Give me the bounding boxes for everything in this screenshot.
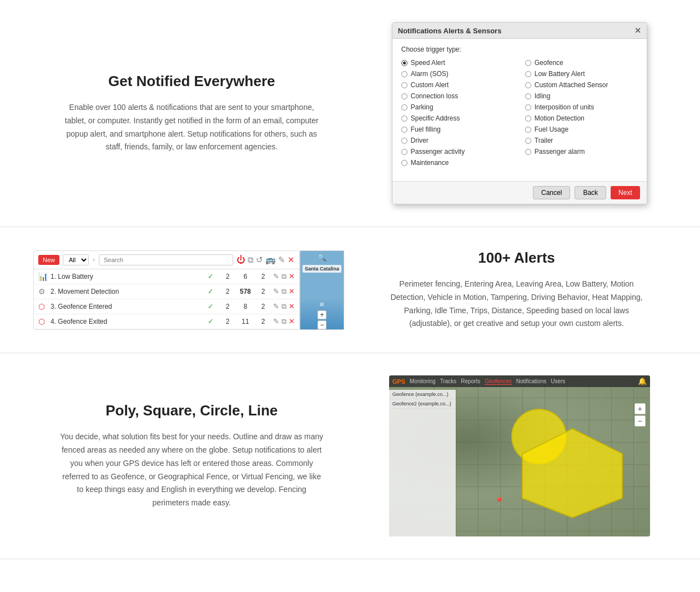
- radio-low-battery[interactable]: [525, 71, 531, 77]
- trigger-parking[interactable]: Parking: [401, 103, 514, 111]
- alert-icon-fence-enter: ⬡: [38, 302, 48, 311]
- geo-notifications[interactable]: Notifications: [516, 378, 546, 384]
- radio-driver[interactable]: [401, 138, 407, 144]
- map-zoom-minus[interactable]: −: [318, 320, 326, 329]
- alert-count2-low-battery: 6: [238, 273, 253, 280]
- copy-action-icon[interactable]: ⧉: [281, 287, 286, 296]
- radio-custom-alert[interactable]: [401, 82, 407, 88]
- power-icon[interactable]: ⏻: [236, 255, 245, 265]
- trigger-geofence[interactable]: Geofence: [525, 59, 638, 67]
- trigger-passenger-activity[interactable]: Passenger activity: [401, 148, 514, 155]
- map-layers-icon[interactable]: ⊞: [320, 302, 324, 307]
- trigger-fuel-filling[interactable]: Fuel filling: [401, 126, 514, 133]
- geofence-title: Poly, Square, Circle, Line: [44, 402, 339, 419]
- geofence-description: You decide, what solution fits best for …: [58, 430, 325, 510]
- edit-action-icon[interactable]: ✎: [273, 302, 279, 311]
- trigger-interposition[interactable]: Interposition of units: [525, 103, 638, 111]
- alerts-list: New All ▾ ⏻ ⧉ ↺ 🚌 ✎ ✕: [33, 250, 300, 330]
- alert-active-movement: ✓: [208, 287, 218, 295]
- refresh-icon[interactable]: ↺: [256, 255, 263, 265]
- trigger-speed-alert[interactable]: Speed Alert: [401, 59, 514, 67]
- trigger-low-battery[interactable]: Low Battery Alert: [525, 70, 638, 78]
- geo-monitoring[interactable]: Monitoring: [410, 378, 436, 384]
- bus-icon[interactable]: 🚌: [265, 255, 276, 265]
- filter-select[interactable]: All: [63, 254, 89, 265]
- copy-action-icon[interactable]: ⧉: [281, 317, 286, 326]
- next-button[interactable]: Next: [611, 186, 640, 199]
- trigger-motion-detection[interactable]: Motion Detection: [525, 114, 638, 122]
- delete-action-icon[interactable]: ✕: [289, 272, 295, 281]
- trigger-driver[interactable]: Driver: [401, 137, 514, 144]
- geo-sidebar-item-1[interactable]: Geofence (example.co...): [389, 390, 456, 399]
- trigger-alarm-sos-label: Alarm (SOS): [411, 70, 449, 78]
- radio-interposition[interactable]: [525, 104, 531, 111]
- radio-geofence[interactable]: [525, 60, 531, 66]
- back-button[interactable]: Back: [575, 186, 606, 199]
- radio-custom-attached[interactable]: [525, 82, 531, 88]
- copy-action-icon[interactable]: ⧉: [281, 272, 286, 281]
- radio-speed-alert[interactable]: [401, 60, 407, 66]
- alert-row-low-battery[interactable]: 📊 1. Low Battery ✓ 2 6 2 ✎ ⧉ ✕: [34, 269, 299, 284]
- dialog-close-button[interactable]: ✕: [634, 26, 641, 35]
- alert-row-movement[interactable]: ⚙ 2. Movement Detection ✓ 2 578 2 ✎ ⧉ ✕: [34, 284, 299, 299]
- geo-reports[interactable]: Reports: [461, 378, 480, 384]
- edit-icon[interactable]: ✎: [278, 255, 285, 265]
- edit-action-icon[interactable]: ✎: [273, 317, 279, 326]
- dialog-title: Notifications Alerts & Sensors: [398, 27, 502, 35]
- cancel-button[interactable]: Cancel: [533, 186, 570, 199]
- geo-users[interactable]: Users: [551, 378, 565, 384]
- alert-active-geofence-exited: ✓: [208, 317, 218, 325]
- trigger-idling[interactable]: Idling: [525, 92, 638, 100]
- radio-parking[interactable]: [401, 104, 407, 111]
- radio-fuel-usage[interactable]: [525, 127, 531, 133]
- dialog-title-bar: Notifications Alerts & Sensors ✕: [392, 23, 647, 39]
- alert-row-geofence-exited[interactable]: ⬡ 4. Geofence Exited ✓ 2 11 2 ✎ ⧉ ✕: [34, 314, 299, 329]
- radio-trailer[interactable]: [525, 138, 531, 144]
- delete-action-icon[interactable]: ✕: [289, 302, 295, 311]
- map-zoom-plus[interactable]: +: [318, 310, 326, 319]
- trigger-connection-loss[interactable]: Connection loss: [401, 92, 514, 100]
- close-icon[interactable]: ✕: [288, 255, 295, 265]
- alert-count1-movement: 2: [220, 288, 235, 295]
- radio-idling[interactable]: [525, 93, 531, 99]
- trigger-specific-address[interactable]: Specific Address: [401, 114, 514, 122]
- trigger-connection-loss-label: Connection loss: [411, 92, 458, 100]
- radio-maintenance[interactable]: [401, 160, 407, 166]
- map-search-icon[interactable]: 🔍: [318, 253, 326, 262]
- trigger-custom-alert-label: Custom Alert: [411, 81, 449, 89]
- radio-motion-detection[interactable]: [525, 116, 531, 122]
- alert-count3-low-battery: 2: [255, 273, 271, 280]
- trigger-alarm-sos[interactable]: Alarm (SOS): [401, 70, 514, 78]
- map-zoom-in[interactable]: +: [634, 403, 646, 414]
- delete-action-icon[interactable]: ✕: [289, 287, 295, 296]
- copy-action-icon[interactable]: ⧉: [281, 302, 286, 311]
- trigger-interposition-label: Interposition of units: [535, 103, 594, 111]
- trigger-custom-attached[interactable]: Custom Attached Sensor: [525, 81, 638, 89]
- new-alert-button[interactable]: New: [38, 255, 59, 265]
- geo-notification-icon[interactable]: 🔔: [638, 377, 647, 385]
- trigger-custom-attached-label: Custom Attached Sensor: [535, 81, 608, 89]
- trigger-fuel-usage[interactable]: Fuel Usage: [525, 126, 638, 133]
- alert-row-geofence-entered[interactable]: ⬡ 3. Geofence Entered ✓ 2 8 2 ✎ ⧉ ✕: [34, 299, 299, 314]
- radio-fuel-filling[interactable]: [401, 127, 407, 133]
- alert-count3-geofence-exited: 2: [255, 318, 271, 325]
- copy-icon[interactable]: ⧉: [248, 255, 254, 265]
- edit-action-icon[interactable]: ✎: [273, 272, 279, 281]
- trigger-custom-alert[interactable]: Custom Alert: [401, 81, 514, 89]
- geo-tracks[interactable]: Tracks: [440, 378, 457, 384]
- map-zoom-out[interactable]: −: [634, 415, 646, 427]
- radio-alarm-sos[interactable]: [401, 71, 407, 77]
- radio-connection-loss[interactable]: [401, 93, 407, 99]
- alert-name-low-battery: 1. Low Battery: [51, 273, 205, 280]
- edit-action-icon[interactable]: ✎: [273, 287, 279, 296]
- trigger-trailer[interactable]: Trailer: [525, 137, 638, 144]
- delete-action-icon[interactable]: ✕: [289, 317, 295, 326]
- radio-specific-address[interactable]: [401, 116, 407, 122]
- radio-passenger-activity[interactable]: [401, 149, 407, 155]
- search-input[interactable]: [99, 254, 233, 265]
- geo-geofences[interactable]: Geofences: [485, 378, 511, 385]
- geo-sidebar-item-2[interactable]: Geofence2 (example.co...): [389, 399, 456, 409]
- trigger-maintenance[interactable]: Maintenance: [401, 159, 514, 167]
- radio-passenger-alarm[interactable]: [525, 149, 531, 155]
- trigger-passenger-alarm[interactable]: Passenger alarm: [525, 148, 638, 155]
